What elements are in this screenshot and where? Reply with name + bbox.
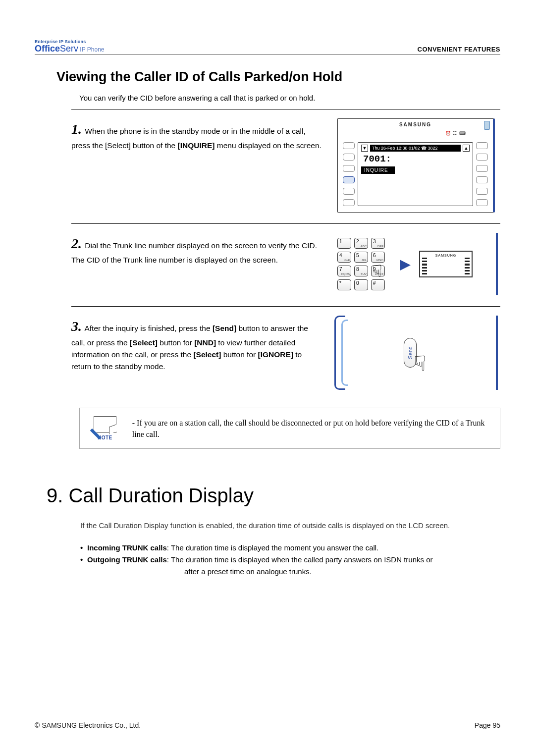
bullet-incoming: • Incoming TRUNK calls : The duration ti… — [80, 542, 500, 554]
hand-pointer-icon: ☟ — [372, 261, 382, 281]
softkey — [476, 199, 488, 206]
page-header: Enterprise IP Solutions OfficeServ IP Ph… — [35, 40, 500, 54]
divider — [71, 109, 500, 109]
send-button-label: Send — [407, 346, 413, 359]
keypad-key: 3DEF — [371, 238, 385, 249]
softkey — [476, 165, 488, 172]
softkey — [476, 176, 488, 183]
step-3-number: 3 — [71, 319, 82, 334]
step-2-text: 2 Dial the Trunk line number displayed o… — [71, 233, 322, 295]
keypad-key: 0 — [354, 279, 368, 290]
softkey — [343, 165, 355, 172]
softkey — [476, 154, 488, 161]
softkey-col-right — [476, 142, 488, 206]
step-3-text: 3 After the inquiry is finished, press t… — [71, 316, 322, 390]
header-section-label: CONVENIENT FEATURES — [418, 46, 500, 53]
step-1-number: 1 — [71, 121, 82, 137]
bullet-list: • Incoming TRUNK calls : The duration ti… — [80, 542, 500, 578]
chapter-title: 9. Call Duration Display — [47, 485, 500, 507]
footer-copyright: © SAMSUNG Electronics Co., Ltd. — [35, 721, 141, 729]
step-3: 3 After the inquiry is finished, press t… — [71, 316, 500, 390]
keypad-key: 5JKL — [354, 252, 368, 263]
keypad-key: 4GHI — [337, 252, 351, 263]
lcd-up-arrow-icon: ▲ — [463, 145, 470, 152]
lcd-extension: 7001: — [361, 154, 470, 164]
softkey — [476, 142, 488, 149]
hand-pointer-icon: ☟ — [414, 351, 427, 376]
brand-serv: Serv — [60, 44, 78, 54]
softkey — [343, 142, 355, 149]
page-footer: © SAMSUNG Electronics Co., Ltd. Page 95 — [35, 721, 500, 729]
softkey-active — [343, 176, 355, 183]
note-text: - If you are on a station call, the call… — [132, 416, 491, 440]
step-2-figure: 1 2ABC 3DEF 4GHI 5JKL 6MNO 7PQRS 8TUV 9W… — [332, 233, 500, 295]
keypad-key: 1 — [337, 238, 351, 249]
brand-office: Office — [35, 44, 60, 54]
softkey — [476, 188, 488, 195]
bracket-icon — [341, 320, 348, 386]
phone-mock: SAMSUNG ⏰ ☷ ⌨ ▼ Thu 26-Feb 12:38 01/02 ☎… — [337, 118, 495, 213]
bullet-outgoing-cont: after a preset time on analogue trunks. — [184, 566, 500, 578]
softkey — [343, 154, 355, 161]
keypad-key: 8TUV — [354, 266, 368, 276]
phone-status-icons: ⏰ ☷ ⌨ — [445, 131, 466, 136]
lcd-down-arrow-icon: ▼ — [361, 145, 368, 152]
stylus-icon — [484, 121, 490, 130]
keypad-key: # — [371, 279, 385, 290]
note-box: NOTE - If you are on a station call, the… — [79, 408, 500, 449]
product-brand: Enterprise IP Solutions OfficeServ IP Ph… — [35, 40, 105, 53]
bullet-outgoing: • Outgoing TRUNK calls : The duration ti… — [80, 554, 500, 566]
divider — [71, 306, 500, 307]
mini-lcd: SAMSUNG — [419, 251, 473, 277]
softkey — [343, 188, 355, 195]
keypad-key: * — [337, 279, 351, 290]
lcd-title-bar: Thu 26-Feb 12:38 01/02 ☎ 3822 — [370, 145, 461, 152]
step-3-figure: Send ☟ — [332, 316, 500, 390]
keypad-key: 7PQRS — [337, 266, 351, 276]
note-label: NOTE — [89, 435, 121, 440]
softkey-col-left — [343, 142, 355, 206]
step-2-number: 2 — [71, 236, 82, 251]
keypad-key: 2ABC — [354, 238, 368, 249]
divider — [71, 223, 500, 224]
section-intro: You can verify the CID before answering … — [79, 94, 500, 102]
phone-brand-label: SAMSUNG — [343, 122, 488, 127]
brand-ipphone: IP Phone — [78, 46, 105, 53]
note-icon: NOTE — [89, 416, 121, 440]
lcd-inquire-menu: INQUIRE — [361, 166, 395, 174]
step-1-figure: SAMSUNG ⏰ ☷ ⌨ ▼ Thu 26-Feb 12:38 01/02 ☎… — [332, 118, 500, 213]
softkey — [343, 199, 355, 206]
phone-lcd: ▼ Thu 26-Feb 12:38 01/02 ☎ 3822 ▲ 7001: … — [358, 142, 473, 206]
arrow-right-icon: ▶ — [400, 257, 410, 272]
chapter-intro: If the Call Duration Display function is… — [80, 520, 500, 531]
footer-page-number: Page 95 — [475, 721, 500, 729]
step-2: 2 Dial the Trunk line number displayed o… — [71, 233, 500, 295]
step-1: 1 When the phone is in the standby mode … — [71, 118, 500, 213]
step-1-text: 1 When the phone is in the standby mode … — [71, 118, 322, 213]
mini-lcd-label: SAMSUNG — [435, 254, 456, 274]
section-title: Viewing the Caller ID of Calls Parked/on… — [56, 69, 500, 85]
